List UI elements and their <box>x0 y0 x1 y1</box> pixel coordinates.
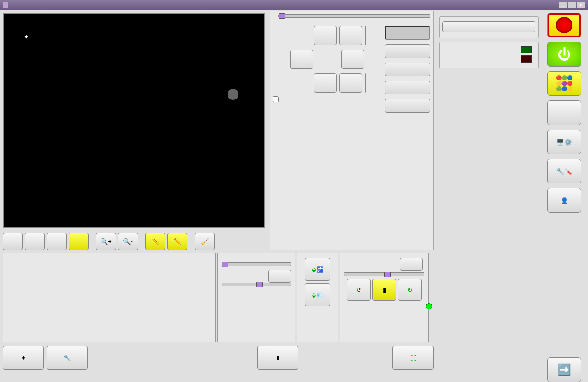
mist-icon: ⬙💨 <box>312 292 324 298</box>
homing-button[interactable]: 🔴🟢🔵🟡🟣🔴🟢🔵🟡 <box>547 71 581 96</box>
app-icon <box>3 2 8 8</box>
jog-panel <box>270 11 434 250</box>
fullscreen-button[interactable]: ⛶ <box>392 346 434 370</box>
broom-icon: 🧹 <box>201 238 209 245</box>
user-button[interactable]: 👤 <box>547 188 581 213</box>
close-button[interactable]: × <box>577 2 585 8</box>
axes-icon: 🔴🟢🔵🟡🟣🔴🟢🔵🟡 <box>556 75 572 92</box>
auto-button[interactable]: 🖥️⚙️ <box>547 130 581 154</box>
spindle-stop-icon: ▮ <box>383 287 386 293</box>
tools-icon: 🔧 <box>64 355 71 361</box>
view-toolbar: 🔍+ 🔍- 📏 ✏️ 🧹 <box>0 231 268 252</box>
expand-icon: ⛶ <box>410 355 416 361</box>
cooling-panel: ⬙🚰 ⬙💨 <box>297 253 338 342</box>
view-x-button[interactable] <box>25 233 45 250</box>
settings-button[interactable]: 🔧🪛 <box>547 159 581 183</box>
spindle-panel: ↺ ▮ ↻ <box>340 253 429 342</box>
spindle-bar <box>344 304 424 308</box>
maxvel-slider[interactable] <box>222 262 291 266</box>
zoom-out-icon: 🔍- <box>123 238 133 245</box>
right-toolbar: ⏻ 🔴🟢🔵🟡🟣🔴🟢🔵🟡 🖥️⚙️ 🔧🪛 👤 ➡️ <box>541 10 587 382</box>
crosshair-icon: ✦ <box>21 355 26 361</box>
jog-vel-slider[interactable] <box>278 14 430 18</box>
drill-icon: ⬇ <box>275 355 281 361</box>
minimize-button[interactable]: _ <box>559 2 567 8</box>
flood-icon: ⬙🚰 <box>312 266 324 273</box>
bottom-toolbar: ✦ 🔧 ⬇ ⛶ <box>0 343 436 372</box>
user-icon: 👤 <box>561 197 568 204</box>
coolant-mist-button[interactable]: ⬙💨 <box>305 283 330 306</box>
velocity-panel <box>217 253 295 342</box>
jog-y-plus[interactable] <box>314 26 337 45</box>
jog-a-plus[interactable] <box>365 26 366 45</box>
spindle-cw-button[interactable]: ↻ <box>398 279 422 301</box>
estop-button[interactable] <box>547 13 581 37</box>
jog-z-minus[interactable] <box>339 73 362 93</box>
info-panel <box>3 253 216 342</box>
jog-rate-01mm[interactable] <box>385 63 430 76</box>
machine-icon: 🖥️⚙️ <box>556 139 572 146</box>
tooledit-button[interactable]: 🔧 <box>47 346 88 370</box>
power-button[interactable]: ⏻ <box>547 42 581 67</box>
jog-rate-0001mm[interactable] <box>385 99 430 113</box>
pencil-icon: ✏️ <box>174 238 181 245</box>
spindle-slider[interactable] <box>344 272 424 276</box>
origin-icon: ✦ <box>23 32 30 42</box>
probe-contact-led <box>521 55 532 63</box>
probing-led <box>521 46 532 53</box>
spindle-led-icon <box>426 303 432 309</box>
reference-tool-button[interactable] <box>442 21 535 32</box>
maximize-button[interactable]: □ <box>568 2 576 8</box>
jog-rate-1mm[interactable] <box>385 44 430 58</box>
view-z-button[interactable] <box>69 233 89 250</box>
jog-rate-001mm[interactable] <box>385 81 430 94</box>
jog-rate-continuous[interactable] <box>385 26 430 40</box>
gcode-preview[interactable]: ✦ <box>3 13 265 228</box>
spindle-cw-icon: ↻ <box>408 287 413 293</box>
ignore-limits-checkbox[interactable] <box>273 96 279 102</box>
toolchange-button[interactable]: ⬇ <box>257 346 298 370</box>
wrench-icon: 🔧🪛 <box>556 168 572 175</box>
view-p-button[interactable] <box>3 233 23 250</box>
exit-button[interactable]: ➡️ <box>547 357 581 382</box>
dimensions-button[interactable]: 📏 <box>145 233 165 250</box>
zoom-in-button[interactable]: 🔍+ <box>96 233 116 250</box>
spindle-stop-button[interactable]: ▮ <box>372 279 396 301</box>
mdi-button[interactable] <box>547 100 581 125</box>
touchoff-button[interactable]: ✦ <box>3 346 44 370</box>
jog-a-minus[interactable] <box>365 73 366 93</box>
clear-button[interactable]: 🧹 <box>195 233 215 250</box>
coolant-flood-button[interactable]: ⬙🚰 <box>305 258 330 281</box>
zoom-out-button[interactable]: 🔍- <box>118 233 138 250</box>
tool-frame <box>439 16 539 38</box>
spindle-100-button[interactable] <box>400 258 423 271</box>
zoom-in-icon: 🔍+ <box>100 238 111 245</box>
feed-100-button[interactable] <box>268 270 291 283</box>
view-y-button[interactable] <box>47 233 67 250</box>
jog-z-plus[interactable] <box>339 26 362 45</box>
tool-marker <box>228 89 238 100</box>
jog-y-minus[interactable] <box>314 73 337 93</box>
estop-icon <box>556 17 572 33</box>
jog-x-minus[interactable] <box>290 50 313 69</box>
ruler-icon: 📏 <box>152 238 159 245</box>
spindle-ccw-button[interactable]: ↺ <box>347 279 371 301</box>
feed-slider[interactable] <box>222 283 291 286</box>
jog-x-plus[interactable] <box>341 50 364 69</box>
edit-button[interactable]: ✏️ <box>167 233 187 250</box>
titlebar: _ □ × <box>0 0 588 10</box>
exit-icon: ➡️ <box>557 363 571 376</box>
spindle-ccw-icon: ↺ <box>356 287 361 293</box>
power-icon: ⏻ <box>557 47 571 62</box>
probe-frame <box>439 42 539 68</box>
